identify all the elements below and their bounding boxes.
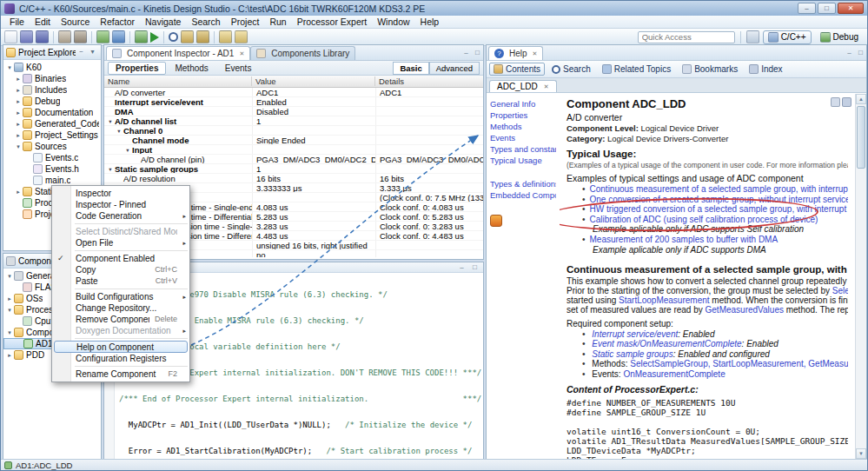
close-button[interactable] [838, 3, 864, 14]
property-row[interactable]: A/D channel (pin) PGA3_DM/ADC3_DM0/ADC2_… [104, 155, 483, 164]
tab-components-library[interactable]: Components Library [250, 46, 355, 60]
run-icon[interactable] [150, 32, 159, 43]
property-value[interactable]: Single Ended [252, 136, 375, 144]
menu-item-inspector-pinned[interactable]: Inspector - Pinned [52, 199, 189, 210]
example-link-hw-triggered[interactable]: HW triggered conversion of a selected sa… [567, 204, 848, 215]
expander-icon[interactable] [14, 121, 23, 128]
property-value[interactable]: unsigned 16 bits, right justified [252, 241, 375, 249]
expander-icon[interactable] [14, 189, 23, 196]
menu-refactor[interactable]: Refactor [95, 16, 140, 29]
example-link-dma[interactable]: Measurement of 200 samples to buffer wit… [567, 235, 848, 245]
property-row[interactable]: Interrupt service/event Enabled [104, 97, 483, 107]
menu-item-paste[interactable]: PasteCtrl+V [52, 275, 189, 287]
processor-expert-icon[interactable] [96, 30, 109, 43]
property-value[interactable]: ADC1 [252, 88, 375, 96]
menu-item-component-enabled[interactable]: Component Enabled [52, 253, 189, 264]
property-value[interactable]: Enabled [252, 97, 375, 106]
expander-icon[interactable] [123, 145, 132, 154]
expander-icon[interactable] [5, 352, 14, 359]
property-row[interactable]: Input [104, 145, 483, 155]
maximize-view-icon[interactable] [855, 48, 866, 58]
menu-window[interactable]: Window [372, 16, 414, 29]
menu-run[interactable]: Run [264, 16, 291, 29]
tree-item-binaries[interactable]: Binaries [3, 73, 101, 84]
column-details[interactable]: Details [375, 76, 483, 86]
editor-maximize-icon[interactable] [469, 262, 480, 273]
generate-code-icon[interactable] [112, 30, 125, 43]
search-icon[interactable] [169, 32, 178, 42]
menu-item-build-configurations[interactable]: Build Configurations [52, 291, 189, 302]
tree-item-sources[interactable]: Sources [3, 141, 101, 152]
expander-icon[interactable] [14, 143, 23, 150]
menu-navigate[interactable]: Navigate [140, 16, 186, 29]
expander-icon[interactable] [5, 64, 14, 71]
advanced-mode-button[interactable]: Advanced [429, 62, 480, 75]
example-link-label[interactable]: HW triggered conversion of a selected sa… [590, 204, 848, 214]
build-all-icon[interactable] [74, 30, 87, 43]
expander-icon[interactable] [14, 109, 23, 116]
title-bar[interactable]: C/C++ - K60/Sources/main.c - Kinetis Des… [1, 1, 867, 16]
example-link-label[interactable]: Measurement of 200 samples to buffer wit… [590, 235, 779, 244]
tree-item-project-settings[interactable]: Project_Settings [3, 129, 101, 141]
collapse-all-icon[interactable] [76, 47, 87, 57]
tree-item-documentation[interactable]: Documentation [3, 107, 101, 118]
expander-icon[interactable] [115, 126, 123, 135]
menu-item-open-file[interactable]: Open File [52, 237, 189, 249]
menu-processor-expert[interactable]: Processor Expert [292, 16, 373, 29]
tab-component-inspector[interactable]: Component Inspector - AD1 [106, 46, 250, 60]
tab-adc-ldd[interactable]: ADC_LDD [489, 80, 557, 92]
minimize-view-icon[interactable] [844, 48, 855, 58]
setup-link[interactable]: Interrupt service/event [592, 329, 678, 339]
tree-item-k60[interactable]: K60 [3, 62, 101, 73]
expander-icon[interactable] [106, 116, 115, 125]
nav-events[interactable]: Events [490, 132, 556, 143]
scrollbar-thumb[interactable] [857, 106, 865, 169]
menu-file[interactable]: File [4, 16, 30, 29]
menu-item-configuration-registers[interactable]: Configuration Registers [52, 353, 189, 364]
nav-general-info[interactable]: General Info [490, 98, 556, 109]
method-link[interactable]: StartLoopMeasurement [619, 295, 710, 305]
help-scrollbar[interactable] [855, 94, 866, 459]
column-name[interactable]: Name [104, 76, 252, 86]
tab-help[interactable]: Help [488, 46, 543, 60]
menu-project[interactable]: Project [226, 16, 265, 29]
nav-types-constants[interactable]: Types and constants [490, 143, 556, 155]
property-row[interactable]: A/D channel list 1 [104, 116, 483, 126]
tree-item-generated-code[interactable]: Generated_Code [3, 118, 101, 129]
property-value[interactable]: PGA3_DM/ADC3_DM0/ADC2_DM3/ADC1_DM1 [252, 155, 375, 163]
perspective-debug-button[interactable]: Debug [815, 30, 864, 44]
expander-icon[interactable] [5, 329, 14, 336]
close-icon[interactable] [533, 50, 538, 57]
view-menu-icon[interactable] [87, 47, 98, 57]
setup-link[interactable]: Static sample groups [592, 349, 673, 359]
tab-methods[interactable]: Methods [167, 62, 215, 75]
property-value[interactable]: 1 [252, 116, 375, 125]
column-value[interactable]: Value [252, 76, 375, 86]
bookmarks-button[interactable]: Bookmarks [678, 63, 742, 76]
contents-button[interactable]: Contents [489, 63, 545, 76]
menu-item-copy[interactable]: CopyCtrl+C [52, 264, 189, 275]
build-icon[interactable] [58, 30, 71, 43]
example-link-label[interactable]: One conversion of a created sample group… [590, 195, 848, 204]
example-link-one-conversion[interactable]: One conversion of a created sample group… [567, 195, 848, 205]
maximize-view-icon[interactable] [472, 48, 483, 58]
method-link[interactable]: GetMeasuredValues [706, 305, 784, 315]
scroll-up-icon[interactable] [856, 94, 866, 104]
close-icon[interactable] [544, 83, 549, 90]
example-link-label[interactable]: Calibration of ADC (using self calibrati… [590, 215, 818, 224]
expander-icon[interactable] [106, 164, 115, 173]
property-value[interactable]: 3.283 us [252, 222, 375, 230]
bookmark-page-icon[interactable] [831, 97, 840, 107]
nav-properties[interactable]: Properties [490, 109, 556, 121]
expander-icon[interactable] [14, 98, 23, 105]
property-value[interactable]: 5.283 us [252, 212, 375, 221]
expander-icon[interactable] [14, 132, 23, 139]
nav-embedded-components[interactable]: Embedded Components [490, 189, 556, 201]
expander-icon[interactable] [5, 307, 14, 314]
tree-item-debug[interactable]: Debug [3, 96, 101, 107]
menu-item-help-on-component[interactable]: Help on Component [54, 341, 188, 353]
new-file-icon[interactable] [4, 30, 17, 43]
scroll-down-icon[interactable] [856, 448, 866, 459]
expander-icon[interactable] [14, 76, 23, 83]
perspective-cpp-button[interactable]: C/C++ [763, 30, 812, 44]
